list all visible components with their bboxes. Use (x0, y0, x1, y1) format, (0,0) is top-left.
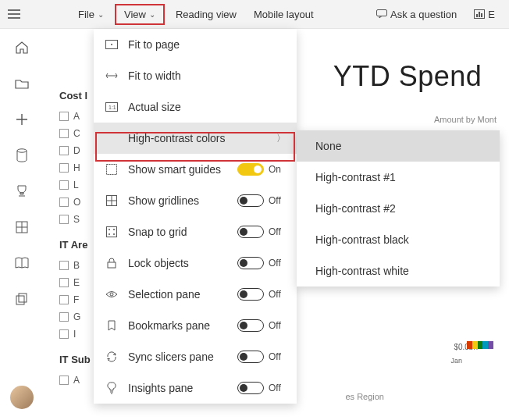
menu-ask-question[interactable]: Ask a question (370, 5, 463, 23)
view-smart-guides[interactable]: Show smart guides On (94, 154, 297, 185)
menu-reading-view[interactable]: Reading view (169, 5, 243, 23)
toggle-bookmarks-pane[interactable] (237, 319, 264, 332)
toggle-insights-pane[interactable] (237, 382, 264, 394)
checkbox-icon[interactable] (59, 198, 69, 207)
view-fit-to-page[interactable]: Fit to page (94, 29, 297, 60)
svg-rect-4 (481, 13, 482, 17)
region-text: es Region (345, 392, 384, 401)
checkbox-icon[interactable] (59, 146, 69, 155)
lightbulb-icon (105, 381, 119, 395)
blank-icon (105, 131, 119, 145)
report-title: YTD Spend (306, 60, 509, 93)
svg-rect-3 (479, 12, 480, 17)
view-fit-to-width[interactable]: Fit to width (94, 60, 297, 91)
grid-icon[interactable] (14, 219, 30, 235)
top-app-bar: File ⌄ View ⌄ Reading view Mobile layout… (0, 0, 509, 29)
left-nav-rail (0, 29, 44, 420)
hamburger-icon[interactable] (8, 9, 31, 19)
view-snap-grid[interactable]: Snap to grid Off (94, 216, 297, 247)
toggle-snap-grid[interactable] (237, 226, 264, 238)
checkbox-icon[interactable] (59, 180, 69, 190)
view-gridlines[interactable]: Show gridlines Off (94, 185, 297, 216)
checkbox-icon[interactable] (59, 163, 69, 173)
svg-rect-8 (19, 294, 27, 302)
svg-rect-13 (107, 165, 117, 175)
hc-option-black[interactable]: High-contrast black (297, 224, 500, 255)
bookmark-icon (105, 319, 119, 333)
home-icon[interactable] (14, 40, 30, 55)
checkbox-icon[interactable] (59, 376, 69, 385)
toggle-sync-slicers[interactable] (237, 351, 264, 363)
chart-x-label: Jan (450, 357, 462, 365)
svg-rect-15 (107, 227, 117, 237)
gridlines-icon (105, 194, 119, 208)
comment-icon (376, 9, 387, 19)
svg-point-10 (111, 44, 112, 45)
fit-page-icon (105, 37, 119, 52)
hc-option-white[interactable]: High-contrast white (297, 255, 500, 287)
report-subtitle: Amount by Mont (434, 115, 497, 124)
svg-rect-7 (16, 296, 24, 304)
menu-file[interactable]: File ⌄ (72, 5, 110, 23)
menu-mobile-layout[interactable]: Mobile layout (247, 5, 320, 23)
toggle-selection-pane[interactable] (237, 288, 264, 301)
checkbox-icon[interactable] (59, 112, 69, 121)
svg-point-18 (109, 233, 110, 235)
hc-option-none[interactable]: None (297, 130, 500, 162)
chevron-down-icon: ⌄ (149, 10, 155, 19)
smart-guides-icon (105, 162, 119, 176)
checkbox-icon[interactable] (59, 215, 69, 224)
checkbox-icon[interactable] (59, 295, 69, 304)
folder-icon[interactable] (14, 76, 30, 91)
actual-size-icon: 1:1 (105, 100, 119, 114)
legend-chips (467, 341, 493, 349)
toggle-gridlines[interactable] (237, 194, 264, 207)
chevron-down-icon: ⌄ (98, 10, 104, 19)
menu-view[interactable]: View ⌄ (115, 4, 165, 25)
lock-icon (105, 256, 119, 270)
snap-grid-icon (105, 225, 119, 239)
toggle-lock-objects[interactable] (237, 257, 264, 269)
view-bookmarks-pane[interactable]: Bookmarks pane Off (94, 310, 297, 341)
avatar[interactable] (10, 386, 34, 409)
eye-icon (105, 287, 119, 301)
menu-file-label: File (78, 9, 94, 20)
svg-point-21 (110, 293, 113, 296)
hc-option-1[interactable]: High-contrast #1 (297, 162, 500, 193)
fit-width-icon (105, 69, 119, 83)
svg-point-19 (113, 233, 115, 235)
menu-view-label: View (124, 9, 146, 20)
view-insights-pane[interactable]: Insights pane Off (94, 372, 297, 404)
checkbox-icon[interactable] (59, 329, 69, 339)
trophy-icon[interactable] (14, 183, 30, 199)
svg-rect-2 (476, 14, 478, 17)
view-high-contrast[interactable]: High-contrast colors 〉 (94, 123, 297, 154)
high-contrast-submenu: None High-contrast #1 High-contrast #2 H… (297, 130, 500, 287)
checkbox-icon[interactable] (59, 129, 69, 138)
svg-point-16 (109, 229, 110, 230)
svg-point-17 (113, 229, 115, 230)
view-sync-slicers[interactable]: Sync slicers pane Off (94, 341, 297, 372)
menu-e-truncated[interactable]: E (468, 5, 501, 23)
view-actual-size[interactable]: 1:1 Actual size (94, 91, 297, 123)
sync-icon (105, 350, 119, 364)
chart-icon (474, 9, 485, 19)
checkbox-icon[interactable] (59, 278, 69, 287)
plus-icon[interactable] (14, 112, 30, 127)
toggle-smart-guides[interactable] (237, 163, 264, 176)
copy-icon[interactable] (14, 291, 30, 307)
svg-rect-20 (108, 262, 116, 268)
view-lock-objects[interactable]: Lock objects Off (94, 247, 297, 279)
svg-point-5 (17, 149, 27, 152)
book-icon[interactable] (14, 255, 30, 271)
chevron-right-icon: 〉 (276, 132, 286, 145)
svg-text:1:1: 1:1 (109, 105, 116, 110)
view-dropdown: Fit to page Fit to width 1:1 Actual size… (94, 29, 297, 404)
database-icon[interactable] (14, 148, 30, 163)
checkbox-icon[interactable] (59, 312, 69, 322)
svg-rect-0 (377, 10, 387, 16)
view-selection-pane[interactable]: Selection pane Off (94, 279, 297, 310)
hc-option-2[interactable]: High-contrast #2 (297, 193, 500, 224)
checkbox-icon[interactable] (59, 261, 69, 270)
